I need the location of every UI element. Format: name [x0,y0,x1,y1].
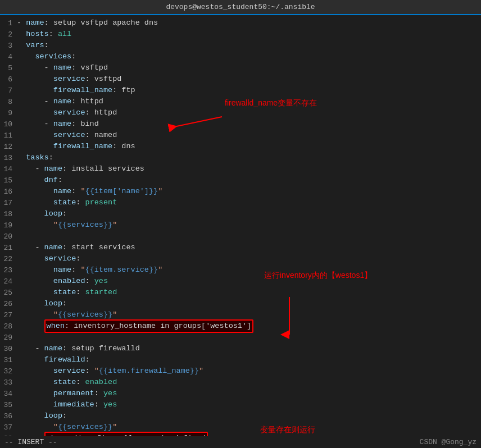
line-content-7: firewall_name: ftp [17,85,481,96]
line-content-6: service: vsftpd [17,74,481,85]
line-content-11: service: named [17,130,481,141]
line-content-33: state: enabled [17,377,481,388]
insert-mode: -- INSERT -- [4,438,57,446]
line-30: 30 - name: setup firewalld [0,343,481,354]
line-6: 6 service: vsftpd [0,74,481,85]
line-33: 33 state: enabled [0,377,481,388]
line-number-3: 3 [0,42,17,50]
line-15: 15 dnf: [0,175,481,186]
line-number-2: 2 [0,30,17,39]
line-content-13: tasks: [17,152,481,163]
line-content-22: service: [17,253,481,264]
line-number-14: 14 [0,165,17,173]
line-content-37: "{{services}}" [17,422,481,433]
line-number-6: 6 [0,75,17,84]
line-content-19: "{{services}}" [17,220,481,231]
line-number-32: 32 [0,367,17,376]
line-content-28: when: inventory_hostname in groups['west… [17,319,481,333]
line-content-26: loop: [17,298,481,309]
line-number-29: 29 [0,333,17,342]
line-content-35: immediate: yes [17,399,481,410]
line-7: 7 firewall_name: ftp [0,85,481,96]
line-content-17: state: present [17,197,481,208]
credit: CSDN @Gong_yz [420,438,477,446]
line-3: 3 vars: [0,40,481,51]
line-1: 1- name: setup vsftpd apache dns [0,17,481,29]
line-32: 32 service: "{{item.firewall_name}}" [0,365,481,377]
line-content-30: - name: setup firewalld [17,343,481,354]
line-number-36: 36 [0,412,17,420]
line-number-28: 28 [0,322,17,331]
line-number-20: 20 [0,232,17,241]
line-content-25: state: started [17,287,481,298]
line-number-1: 1 [0,19,17,28]
line-number-18: 18 [0,210,17,218]
line-content-31: firewalld: [17,354,481,365]
lines-container: 1- name: setup vsftpd apache dns2 hosts:… [0,17,481,444]
line-14: 14 - name: install services [0,163,481,175]
line-23: 23 name: "{{item.service}}" [0,264,481,276]
line-4: 4 services: [0,51,481,62]
window-title: devops@westos_student50:~/.ansible [166,3,315,11]
line-number-7: 7 [0,86,17,95]
line-content-10: - name: bind [17,118,481,130]
line-number-8: 8 [0,98,17,106]
line-content-3: vars: [17,40,481,51]
line-number-22: 22 [0,255,17,263]
line-content-20 [17,231,481,242]
line-13: 13 tasks: [0,152,481,163]
line-number-19: 19 [0,221,17,230]
line-content-4: services: [17,51,481,62]
line-number-27: 27 [0,311,17,319]
line-content-5: - name: vsftpd [17,62,481,74]
line-content-29 [17,332,481,343]
title-bar: devops@westos_student50:~/.ansible [0,0,481,15]
line-37: 37 "{{services}}" [0,422,481,433]
line-2: 2 hosts: all [0,29,481,40]
line-8: 8 - name: httpd [0,96,481,107]
line-22: 22 service: [0,253,481,264]
line-29: 29 [0,332,481,343]
line-5: 5 - name: vsftpd [0,62,481,74]
line-number-13: 13 [0,154,17,162]
line-18: 18 loop: [0,208,481,220]
line-number-5: 5 [0,64,17,72]
line-26: 26 loop: [0,298,481,309]
line-content-24: enabled: yes [17,276,481,287]
line-number-17: 17 [0,199,17,207]
line-20: 20 [0,231,481,242]
line-number-15: 15 [0,176,17,185]
line-content-8: - name: httpd [17,96,481,107]
line-content-12: firewall_name: dns [17,141,481,152]
line-content-1: - name: setup vsftpd apache dns [17,17,481,29]
line-number-33: 33 [0,378,17,387]
line-number-24: 24 [0,277,17,286]
line-11: 11 service: named [0,130,481,141]
line-content-15: dnf: [17,175,481,186]
line-35: 35 immediate: yes [0,399,481,410]
line-number-16: 16 [0,188,17,196]
line-12: 12 firewall_name: dns [0,141,481,152]
line-34: 34 permanent: yes [0,388,481,399]
line-content-32: service: "{{item.firewall_name}}" [17,365,481,377]
line-31: 31 firewalld: [0,354,481,365]
line-content-27: "{{services}}" [17,309,481,321]
line-content-23: name: "{{item.service}}" [17,264,481,276]
line-number-35: 35 [0,401,17,409]
line-number-9: 9 [0,109,17,117]
line-number-37: 37 [0,423,17,432]
line-9: 9 service: httpd [0,107,481,118]
line-21: 21 - name: start services [0,242,481,253]
editor: 1- name: setup vsftpd apache dns2 hosts:… [0,15,481,446]
status-bar: -- INSERT -- CSDN @Gong_yz [0,436,481,448]
line-number-31: 31 [0,356,17,364]
line-content-18: loop: [17,208,481,220]
line-content-14: - name: install services [17,163,481,175]
line-number-12: 12 [0,143,17,151]
line-number-34: 34 [0,390,17,398]
line-number-4: 4 [0,53,17,61]
line-36: 36 loop: [0,410,481,422]
line-number-21: 21 [0,244,17,252]
line-content-16: name: "{{item['name']}}" [17,186,481,197]
line-16: 16 name: "{{item['name']}}" [0,186,481,197]
